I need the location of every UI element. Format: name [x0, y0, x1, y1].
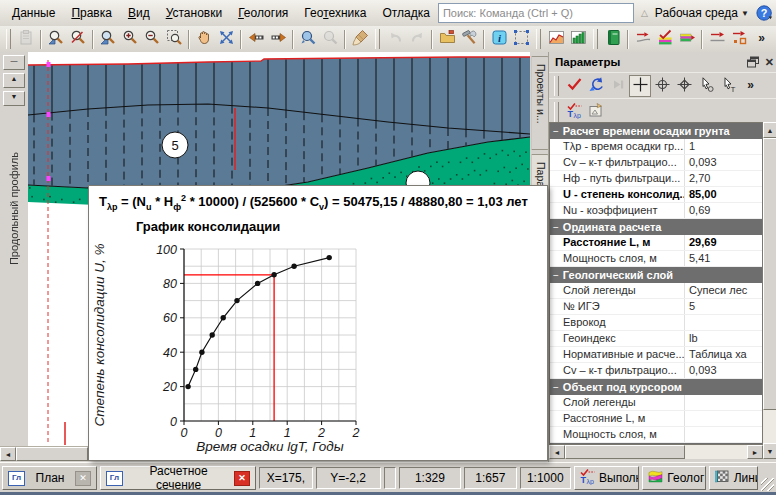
toolbar-overflow-button[interactable]: » [750, 28, 772, 50]
pan-button[interactable] [193, 28, 215, 50]
grid-row[interactable]: Nu - коэффициент0,69 [550, 203, 762, 219]
scroll-left-icon[interactable]: ◄ [549, 445, 565, 459]
grid-row[interactable]: Мощность слоя, м5,41 [550, 251, 762, 267]
geo-layers-button[interactable] [676, 28, 698, 50]
grid-horizontal-scrollbar[interactable]: ◄ ► [549, 445, 763, 459]
menu-правка[interactable]: Правка [63, 1, 120, 25]
grid-row[interactable]: Еврокод [550, 315, 762, 331]
menu-данные[interactable]: Данные [4, 1, 63, 25]
property-value[interactable] [684, 427, 762, 442]
close-tab-icon[interactable]: ✕ [75, 471, 91, 486]
close-tab-icon[interactable]: ✕ [234, 471, 250, 486]
scroll-down-icon[interactable]: ▼ [763, 443, 776, 459]
property-value[interactable]: lb [684, 331, 762, 346]
zoom-selection-button[interactable] [163, 28, 185, 50]
object-info-button[interactable]: i [488, 28, 510, 50]
run-button[interactable]: ТλрВыполн [574, 466, 639, 490]
menu-вид[interactable]: Вид [120, 1, 158, 25]
toolbar-grip[interactable] [536, 29, 541, 49]
fit-extents-button[interactable] [215, 28, 237, 50]
grid-row[interactable]: Cv – к-т фильтрацио...0,093 [550, 363, 762, 379]
tab-projects[interactable]: Проекты и... [531, 56, 549, 150]
menu-отладка[interactable]: Отладка [374, 1, 437, 25]
green-chart-button[interactable] [567, 28, 589, 50]
resize-grip[interactable] [761, 478, 774, 491]
collapse-icon[interactable]: − [553, 382, 559, 393]
zoom-out-button[interactable] [141, 28, 163, 50]
workspace-menu[interactable]: Рабочая среда ▼ [655, 6, 749, 20]
apply-button[interactable] [563, 75, 585, 97]
grid-row[interactable]: Расстояние L, м [550, 411, 762, 427]
view-tab-2[interactable]: ГлРасчетное сечение✕ [100, 466, 256, 490]
cursor-text-button[interactable]: Т [717, 75, 739, 97]
search-input[interactable] [438, 3, 634, 23]
grid-row[interactable]: Тλр - время осадки гр...1 [550, 139, 762, 155]
panel-toolbar-overflow-button[interactable]: » [739, 75, 761, 97]
view-next-button[interactable] [319, 28, 341, 50]
zoom-cancel-button[interactable] [67, 28, 89, 50]
scale-prev-button[interactable] [245, 28, 267, 50]
close-icon[interactable]: ✕ [765, 57, 774, 67]
toolbar-grip[interactable] [593, 29, 598, 49]
menu-геология[interactable]: Геология [230, 1, 296, 25]
view-prev-button[interactable] [297, 28, 319, 50]
tools-button[interactable] [458, 28, 480, 50]
line-arrow-button[interactable] [706, 28, 728, 50]
grid-row[interactable]: Нормативные и расче...Таблица ха [550, 347, 762, 363]
property-value[interactable]: 0,093 [684, 363, 762, 378]
grid-row[interactable]: Нф - путь фильтраци...2,70 [550, 171, 762, 187]
grid-section-header[interactable]: −Геологический слой [550, 267, 762, 283]
float-window-icon[interactable] [747, 56, 759, 69]
grid-row[interactable]: № ИГЭ5 [550, 299, 762, 315]
property-value[interactable] [684, 411, 762, 426]
revert-button[interactable] [585, 75, 607, 97]
geology-button[interactable]: Геолог [642, 466, 705, 490]
property-value[interactable]: 2,70 [684, 171, 762, 186]
scroll-left-icon[interactable]: ◄ [0, 447, 16, 461]
grid-section-header[interactable]: −Ордината расчета [550, 219, 762, 235]
help-button[interactable]: ? [756, 4, 774, 22]
refresh-view-button[interactable] [349, 28, 371, 50]
redo-button[interactable] [406, 28, 428, 50]
zoom-window-button[interactable] [97, 28, 119, 50]
grid-row[interactable]: Слой легенды [550, 395, 762, 411]
scale-next-button[interactable] [267, 28, 289, 50]
grid-row[interactable]: Геоиндексlb [550, 331, 762, 347]
grid-row[interactable]: Слой легендыСупеси лес [550, 283, 762, 299]
property-value[interactable]: Таблица ха [684, 347, 762, 362]
strip-collapse-button[interactable]: — [3, 55, 25, 70]
capture-diamond-button[interactable] [673, 75, 695, 97]
property-value[interactable]: 0,093 [684, 155, 762, 170]
toolbar-grip[interactable] [6, 29, 11, 49]
property-value[interactable]: 0,69 [684, 203, 762, 218]
frame-selection-button[interactable] [510, 28, 532, 50]
toolbar-grip[interactable] [375, 29, 380, 49]
view-tab-1[interactable]: ГлПлан✕ [2, 466, 97, 490]
scroll-up-icon[interactable]: ▲ [763, 122, 776, 138]
menu-геотехника[interactable]: Геотехника [296, 1, 374, 25]
paste-button[interactable] [15, 28, 37, 50]
menu-установки[interactable]: Установки [158, 1, 231, 25]
show-diagram-button[interactable] [585, 101, 607, 123]
point-arrow-button[interactable] [728, 28, 750, 50]
grid-row[interactable]: Мощность слоя, м [550, 427, 762, 443]
pin-caret-icon[interactable]: △ [641, 8, 648, 18]
scroll-down-button[interactable]: ▼ [3, 91, 25, 106]
lines-button[interactable]: Линии [709, 466, 759, 490]
grid-row[interactable]: U - степень консолид...85,00 [550, 187, 762, 203]
undo-button[interactable] [384, 28, 406, 50]
scrollbar-thumb[interactable] [763, 138, 776, 410]
collapse-icon[interactable]: − [553, 126, 559, 137]
zoom-by-frame-button[interactable] [45, 28, 67, 50]
toolbar-grip[interactable] [554, 76, 559, 96]
crosshair-capture-button[interactable] [629, 75, 651, 97]
property-value[interactable]: 85,00 [684, 187, 762, 202]
geo-verify-button[interactable] [654, 28, 676, 50]
grid-row[interactable]: Cv – к-т фильтрацио...0,093 [550, 155, 762, 171]
run-settlement-time-button[interactable]: Тλр [563, 101, 585, 123]
legend-book-button[interactable] [602, 28, 624, 50]
toolbar-grip[interactable] [554, 102, 559, 122]
property-value[interactable]: Супеси лес [684, 283, 762, 298]
capture-circle-button[interactable] [651, 75, 673, 97]
property-value[interactable] [684, 395, 762, 410]
